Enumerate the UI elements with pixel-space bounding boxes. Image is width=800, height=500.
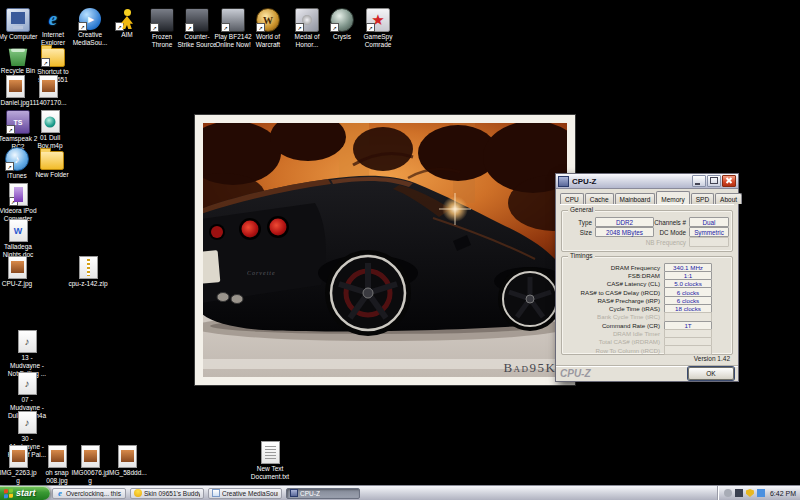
desktop-icon-label: Frozen Throne [142,33,182,49]
desktop-icon-talladega-nights-doc[interactable]: Talladega Nights.doc [0,219,38,259]
media-icon [212,489,220,497]
desktop-icon-label: New Text Document.txt [250,465,290,481]
general-group-label: General [568,207,595,214]
desktop-icon-111407170[interactable]: 111407170... [28,75,68,107]
desktop-icon-cpu-z-142-zip[interactable]: cpu-z-142.zip [68,256,108,288]
taskbar-task-creative-mediasource[interactable]: Creative MediaSource [208,488,282,499]
tab-about[interactable]: About [715,193,742,204]
cpuz-brand-label: CPU-Z [560,368,688,379]
window-title: CPU-Z [572,177,691,186]
crysis-icon [330,8,354,32]
doc-icon [9,219,28,242]
desktop-icon-world-of-warcraft[interactable]: World of Warcraft [248,8,288,49]
desktop-icon-counter-strike-source[interactable]: Counter-Strike Source [177,8,217,49]
shortcut-arrow-icon [41,58,50,67]
maximize-button[interactable] [707,175,721,187]
type-label: Type [566,219,595,226]
size-row: Size2048 MBytes [566,227,654,237]
tab-cache[interactable]: Cache [585,193,614,204]
row-to-column-row: Row To Column (tRCD) [566,346,728,354]
tab-mainboard[interactable]: Mainboard [615,193,656,204]
type-row: TypeDDR2 [566,217,654,227]
folder-icon [41,48,65,67]
desktop-icon-gamespy-comrade[interactable]: GameSpy Comrade [358,8,398,49]
network-icon[interactable] [735,489,743,497]
desktop-icon-creative-mediasou[interactable]: Creative MediaSou... [70,8,110,47]
system-tray: 6:42 PM [717,486,800,500]
version-text: Version 1.42 [694,355,730,362]
nb-frequency-label: NB Frequency [642,239,689,246]
channels-row: Channels #Dual [642,217,728,227]
ras-to-cas-label: RAS# to CAS# Delay (tRCD) [566,289,664,296]
desktop-icon-label: IMG_2263.jpg [0,469,38,485]
desktop-icon-internet-explorer[interactable]: Internet Explorer [33,8,73,47]
desktop-icon-img00676-jpg[interactable]: IMG00676.jpg [70,445,110,485]
desktop-icon-label: Counter-Strike Source [177,33,217,49]
shortcut-arrow-icon [150,23,159,32]
cpuz-footer: CPU-Z OK [556,365,738,381]
nb-frequency-field [689,237,729,248]
minimize-button[interactable] [692,175,706,187]
close-button[interactable] [722,175,736,187]
desktop-icon-label: cpu-z-142.zip [68,280,108,288]
tab-memory[interactable]: Memory [656,191,689,204]
desktop-icon-crysis[interactable]: Crysis [322,8,362,41]
shortcut-arrow-icon [295,23,304,32]
task-label: Skin 09651's Buddy Li... [144,490,200,497]
photo-icon [9,445,28,468]
photo-icon [48,445,67,468]
taskbar-task-overclocking-this-o[interactable]: Overclocking... this o... [52,488,126,499]
volume-icon[interactable] [724,489,732,497]
gamespy-icon [366,8,390,32]
music-icon [18,411,37,434]
desktop-icon-img-58ddd[interactable]: IMG_58ddd... [107,445,147,477]
desktop-icon-medal-of-honor[interactable]: Medal of Honor... [287,8,327,49]
desktop-icon-label: GameSpy Comrade [358,33,398,49]
desktop: My ComputerInternet ExplorerCreative Med… [0,0,800,500]
game-dark-icon [150,8,174,32]
ok-button[interactable]: OK [688,367,734,380]
general-right-column: Channels #DualDC ModeSymmetricNB Frequen… [642,217,728,247]
desktop-icon-label: New Folder [32,171,72,179]
cpuz-app-icon [558,176,569,187]
videora-icon [9,183,28,206]
task-label: Creative MediaSource [222,490,278,497]
shortcut-arrow-icon [185,23,194,32]
windows-security-icon[interactable] [757,489,765,497]
desktop-icon-videora-ipod-converter[interactable]: Videora iPod Converter [0,183,38,223]
fsb-dram-label: FSB:DRAM [566,272,664,279]
timings-group-label: Timings [568,253,595,260]
shortcut-arrow-icon [6,125,15,134]
cpuz-window: CPU-Z CPUCacheMainboardMemorySPDAbout Ge… [555,173,739,382]
taskbar-task-cpu-z[interactable]: CPU-Z [286,488,360,499]
aim-icon [134,489,142,497]
taskbar-clock[interactable]: 6:42 PM [770,490,796,497]
desktop-icon-frozen-throne[interactable]: Frozen Throne [142,8,182,49]
dc-mode-row: DC ModeSymmetric [642,227,728,237]
desktop-icon-aim[interactable]: AIM [107,8,147,39]
size-label: Size [566,229,595,236]
desktop-icon-new-folder[interactable]: New Folder [32,147,72,179]
dc-mode-field: Symmetric [689,227,729,238]
desktop-icon-img-2263-jpg[interactable]: IMG_2263.jpg [0,445,38,485]
shortcut-arrow-icon [256,23,265,32]
desktop-icon-cpu-z-jpg[interactable]: CPU-Z.jpg [0,256,37,288]
taskbar-task-skin-09651-s-buddy-li[interactable]: Skin 09651's Buddy Li... [130,488,204,499]
dram-idle-timer-label: DRAM Idle Timer [566,330,664,337]
shortcut-arrow-icon [5,162,14,171]
cpuz-titlebar[interactable]: CPU-Z [556,174,738,189]
desktop-icon-new-text-document-txt[interactable]: New Text Document.txt [250,441,290,481]
nb-frequency-row: NB Frequency [642,237,728,247]
start-button[interactable]: start [0,486,50,500]
ras-precharge-label: RAS# Precharge (tRP) [566,297,664,304]
tab-spd[interactable]: SPD [691,193,714,204]
taskbar: start Overclocking... this o...Skin 0965… [0,485,800,500]
desktop-icon-play-bf2142-online-now[interactable]: Play BF2142 Online Now! [213,8,253,49]
photo-icon [118,445,137,468]
photo-icon [81,445,100,468]
security-shield-icon[interactable] [746,489,754,497]
recycle-icon [7,44,29,66]
wow-icon [256,8,280,32]
tab-cpu[interactable]: CPU [560,193,584,204]
desktop-icon-01-dull-boy-m4p[interactable]: 01 Dull Boy.m4p [30,110,70,150]
